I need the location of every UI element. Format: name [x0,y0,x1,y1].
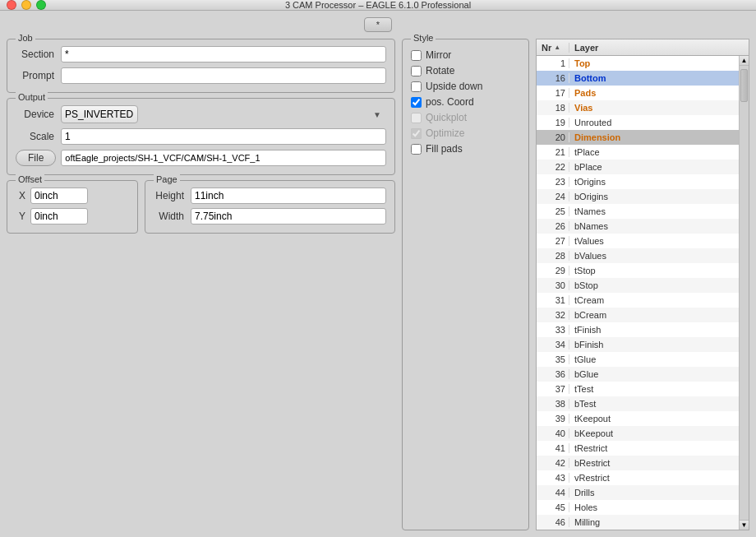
layer-name: tGlue [569,354,739,364]
y-input[interactable] [30,208,88,225]
layer-name: Drills [569,488,739,498]
job-group-label: Job [16,33,35,43]
table-row[interactable]: 27tValues [537,234,739,248]
prompt-input[interactable] [61,67,386,84]
table-row[interactable]: 36bGlue [537,367,739,382]
left-panel: Job Section Prompt Output Device PS [7,39,395,530]
table-row[interactable]: 35tGlue [537,352,739,367]
output-group-label: Output [16,92,48,102]
table-row[interactable]: 29tStop [537,263,739,278]
rotate-row: Rotate [411,65,520,76]
table-row[interactable]: 41tRestrict [537,441,739,456]
chevron-down-icon: ▼ [373,110,381,119]
scrollbar[interactable]: ▲ ▼ [739,56,749,530]
scroll-thumb[interactable] [740,69,748,102]
table-row[interactable]: 20Dimension [537,130,739,145]
layer-name: bValues [569,251,739,261]
offset-group: Offset X Y [7,180,138,234]
scale-label: Scale [16,131,61,142]
layer-name: Holes [569,502,739,512]
table-row[interactable]: 42bRestrict [537,456,739,470]
table-row[interactable]: 18Vias [537,100,739,115]
scale-input[interactable] [61,128,386,145]
fill-pads-checkbox[interactable] [411,144,422,155]
table-row[interactable]: 19Unrouted [537,115,739,130]
layer-nr: 29 [537,266,569,275]
layer-name: bStop [569,280,739,290]
layer-table-body[interactable]: 1Top16Bottom17Pads18Vias19Unrouted20Dime… [537,56,739,530]
table-row[interactable]: 34bFinish [537,337,739,352]
layer-nr: 20 [537,132,569,142]
table-row[interactable]: 21tPlace [537,145,739,160]
table-row[interactable]: 32bCream [537,308,739,322]
table-row[interactable]: 39tKeepout [537,411,739,426]
table-row[interactable]: 37tTest [537,382,739,396]
job-group: Job Section Prompt [7,39,395,93]
window-controls [7,0,46,10]
layer-nr: 46 [537,517,569,527]
table-row[interactable]: 38bTest [537,396,739,411]
table-row[interactable]: 24bOrigins [537,189,739,204]
x-input[interactable] [30,187,88,204]
table-row[interactable]: 16Bottom [537,71,739,86]
table-row[interactable]: 22bPlace [537,160,739,174]
optimize-checkbox[interactable] [411,128,422,139]
table-row[interactable]: 31tCream [537,293,739,308]
quickplot-row: Quickplot [411,112,520,123]
file-path-input[interactable] [61,150,386,166]
table-row[interactable]: 33tFinish [537,322,739,337]
pos-coord-checkbox[interactable] [411,97,422,108]
minimize-button[interactable] [21,0,31,10]
layer-nr: 45 [537,502,569,512]
layer-name: tTest [569,384,739,394]
layer-nr: 26 [537,221,569,231]
rotate-checkbox[interactable] [411,66,422,76]
layer-name: Dimension [569,132,739,142]
device-select[interactable]: PS_INVERTED [61,105,138,123]
tab-button[interactable]: * [364,17,392,32]
table-row[interactable]: 26bNames [537,219,739,234]
main-content: * Job Section Prompt Output D [0,11,756,537]
scroll-up-icon[interactable]: ▲ [740,56,749,66]
layer-name: tRestrict [569,443,739,453]
style-group-label: Style [411,33,436,43]
close-button[interactable] [7,0,16,10]
height-input[interactable] [191,187,386,204]
file-button[interactable]: File [16,150,56,166]
scroll-down-icon[interactable]: ▼ [740,520,749,530]
upside-down-checkbox[interactable] [411,81,422,92]
layer-nr: 44 [537,488,569,498]
layer-nr: 16 [537,73,569,83]
layer-nr: 18 [537,103,569,113]
layer-nr: 28 [537,251,569,261]
layer-name: bPlace [569,162,739,172]
layer-nr: 22 [537,162,569,172]
layer-name: bGlue [569,369,739,379]
table-row[interactable]: 40bKeepout [537,426,739,441]
table-row[interactable]: 45Holes [537,500,739,515]
col-layer-header: Layer [569,43,749,53]
table-row[interactable]: 1Top [537,56,739,71]
table-row[interactable]: 23tOrigins [537,174,739,189]
layer-nr: 40 [537,428,569,438]
section-input[interactable] [61,46,386,62]
style-panel: Style Mirror Rotate Upside down [402,39,529,530]
table-row[interactable]: 28bValues [537,248,739,263]
table-row[interactable]: 17Pads [537,86,739,100]
layer-name: bCream [569,310,739,320]
table-row[interactable]: 25tNames [537,204,739,219]
layer-name: Bottom [569,73,739,83]
table-row[interactable]: 43vRestrict [537,470,739,485]
quickplot-checkbox[interactable] [411,113,422,123]
table-row[interactable]: 46Milling [537,515,739,530]
sort-arrow-icon: ▲ [554,44,560,51]
optimize-row: Optimize [411,127,520,139]
layer-name: bTest [569,399,739,409]
maximize-button[interactable] [36,0,46,10]
table-row[interactable]: 30bStop [537,278,739,293]
layer-name: Milling [569,517,739,527]
quickplot-label: Quickplot [426,112,467,123]
width-input[interactable] [191,208,386,225]
mirror-checkbox[interactable] [411,50,422,61]
table-row[interactable]: 44Drills [537,485,739,500]
